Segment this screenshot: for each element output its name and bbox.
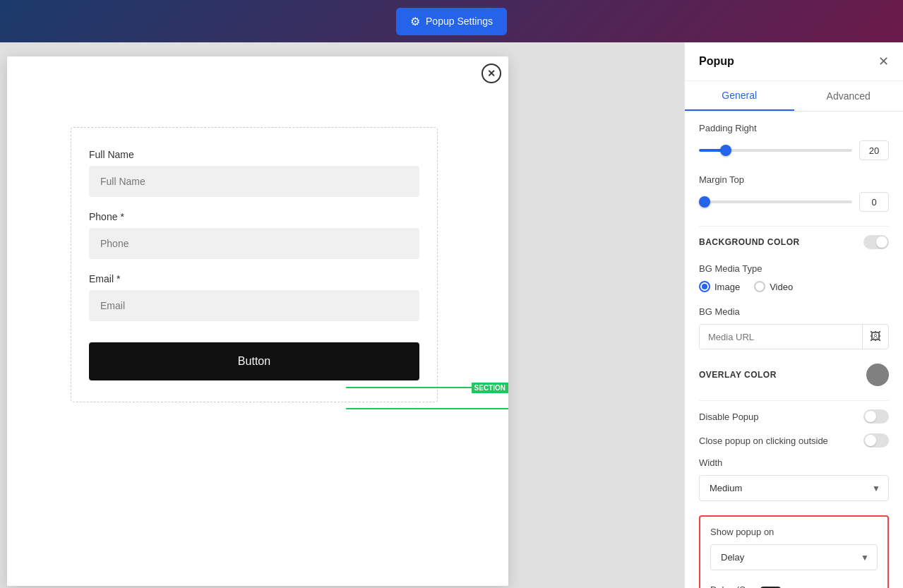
fullname-input[interactable]	[89, 166, 419, 197]
close-outside-label: Close popup on clicking outside	[699, 436, 828, 446]
width-group: Width Small Medium Large ▼	[699, 457, 889, 501]
disable-popup-toggle[interactable]	[863, 409, 889, 424]
gear-icon: ⚙	[410, 15, 420, 28]
close-outside-row: Close popup on clicking outside	[699, 433, 889, 448]
bg-media-label: BG Media	[699, 306, 889, 317]
radio-image[interactable]: Image	[699, 281, 740, 292]
overlay-color-swatch[interactable]	[866, 364, 889, 386]
tab-general-label: General	[722, 90, 757, 101]
popup-modal: ✕ Full Name Phone * Email *	[7, 56, 508, 586]
padding-right-label: Padding Right	[699, 123, 889, 133]
panel-close-icon: ✕	[878, 54, 889, 68]
close-outside-knob	[865, 435, 876, 446]
tab-advanced-label: Advanced	[827, 90, 871, 102]
bg-media-type-label: BG Media Type	[699, 263, 889, 274]
email-label: Email *	[89, 273, 419, 284]
bg-media-type-group: BG Media Type Image Video	[699, 263, 889, 292]
overlay-color-group: OVERLAY COLOR	[699, 364, 889, 386]
show-popup-on-group: Show popup on Delay Exit Intent Scroll ▼	[710, 527, 878, 570]
bg-color-row: BACKGROUND COLOR	[699, 235, 889, 249]
disable-popup-row: Disable Popup	[699, 409, 889, 424]
radio-video-circle	[754, 281, 765, 292]
show-popup-on-select[interactable]: Delay Exit Intent Scroll	[710, 544, 878, 570]
close-outside-toggle[interactable]	[863, 433, 889, 448]
margin-top-label: Margin Top	[699, 174, 889, 185]
bg-media-group: BG Media 🖼	[699, 306, 889, 349]
panel-header: Popup ✕	[685, 42, 903, 81]
padding-right-value: 20	[859, 140, 889, 160]
media-url-input[interactable]	[700, 325, 862, 349]
form-group-email: Email *	[89, 273, 419, 321]
form-button-label: Button	[238, 355, 270, 367]
top-bar: ⚙ Popup Settings	[0, 0, 903, 42]
width-select-row: Small Medium Large ▼	[699, 475, 889, 501]
padding-right-slider[interactable]	[699, 149, 852, 152]
overlay-color-label: OVERLAY COLOR	[699, 370, 777, 380]
form-container: Full Name Phone * Email * Button	[71, 127, 438, 402]
phone-required: *	[120, 211, 124, 222]
section-line-1: SECTION	[346, 387, 508, 388]
close-icon: ✕	[487, 68, 496, 79]
tab-general[interactable]: General	[685, 81, 794, 111]
popup-close-button[interactable]: ✕	[482, 64, 501, 83]
popup-settings-button[interactable]: ⚙ Popup Settings	[396, 8, 507, 35]
margin-top-slider-row: 0	[699, 192, 889, 212]
form-group-fullname: Full Name	[89, 149, 419, 197]
overlay-row: OVERLAY COLOR	[699, 364, 889, 386]
width-label: Width	[699, 457, 889, 468]
email-input[interactable]	[89, 290, 419, 321]
panel-close-button[interactable]: ✕	[878, 54, 889, 69]
phone-label: Phone *	[89, 211, 419, 222]
section-line-2	[346, 408, 508, 409]
panel-content: Padding Right 20 Margin Top 0 BACKGROUND…	[685, 112, 903, 588]
radio-image-circle	[699, 281, 710, 292]
bg-color-group: BACKGROUND COLOR	[699, 235, 889, 249]
panel-title: Popup	[699, 55, 734, 68]
bg-media-type-radios: Image Video	[699, 281, 889, 292]
padding-right-group: Padding Right 20	[699, 123, 889, 160]
divider-1	[699, 226, 889, 227]
image-icon[interactable]: 🖼	[862, 325, 888, 349]
email-required: *	[116, 273, 120, 284]
bg-color-toggle-knob	[876, 236, 887, 248]
bg-color-toggle[interactable]	[863, 235, 889, 249]
media-url-row: 🖼	[699, 324, 889, 349]
phone-input[interactable]	[89, 228, 419, 259]
delay-seconds-group: Delay (Seconds) 15	[710, 584, 878, 588]
show-popup-on-label: Show popup on	[710, 527, 878, 537]
canvas-area: ✕ Full Name Phone * Email *	[0, 42, 684, 588]
radio-video[interactable]: Video	[754, 281, 793, 292]
margin-top-group: Margin Top 0	[699, 174, 889, 212]
disable-popup-knob	[865, 411, 876, 422]
main-layout: ✕ Full Name Phone * Email *	[0, 42, 903, 588]
margin-top-value: 0	[859, 192, 889, 212]
padding-right-slider-row: 20	[699, 140, 889, 160]
disable-popup-label: Disable Popup	[699, 412, 759, 422]
width-select[interactable]: Small Medium Large	[699, 475, 889, 501]
tab-advanced[interactable]: Advanced	[794, 81, 904, 111]
radio-video-label: Video	[770, 282, 793, 292]
show-popup-on-select-row: Delay Exit Intent Scroll ▼	[710, 544, 878, 570]
fullname-label: Full Name	[89, 149, 419, 160]
form-submit-button[interactable]: Button	[89, 342, 419, 380]
section-label: SECTION	[472, 383, 508, 393]
show-popup-highlighted-section: Show popup on Delay Exit Intent Scroll ▼…	[699, 515, 889, 588]
popup-settings-label: Popup Settings	[426, 16, 493, 27]
divider-2	[699, 400, 889, 401]
radio-image-label: Image	[714, 282, 740, 292]
form-group-phone: Phone *	[89, 211, 419, 259]
bg-color-label: BACKGROUND COLOR	[699, 237, 800, 247]
panel-tabs: General Advanced	[685, 81, 903, 112]
right-panel: Popup ✕ General Advanced Padding Right 2…	[684, 42, 903, 588]
delay-label: Delay (Seconds)	[710, 584, 878, 588]
margin-top-slider[interactable]	[699, 200, 852, 203]
